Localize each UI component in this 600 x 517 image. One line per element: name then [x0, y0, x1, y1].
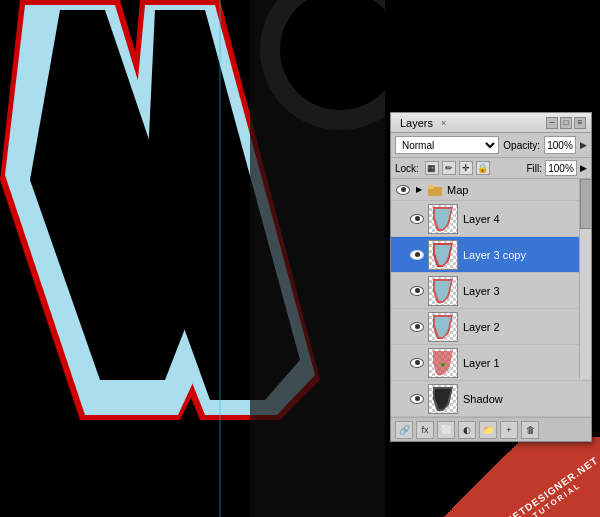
blend-mode-row: Normal Opacity: 100% ▶ — [391, 133, 591, 158]
fx-btn[interactable]: fx — [416, 421, 434, 439]
opacity-arrow[interactable]: ▶ — [580, 140, 587, 150]
layer-name-layer4: Layer 4 — [463, 213, 587, 225]
opacity-value[interactable]: 100% — [544, 136, 576, 154]
layer-list: ▶ Map — [391, 179, 591, 417]
delete-layer-btn[interactable]: 🗑 — [521, 421, 539, 439]
thumb-content-layer1: ● — [429, 349, 457, 377]
panel-maximize-btn[interactable]: □ — [560, 117, 572, 129]
layer-row-layer3copy[interactable]: Layer 3 copy — [391, 237, 591, 273]
adjustment-btn[interactable]: ◐ — [458, 421, 476, 439]
layers-tab[interactable]: Layers — [396, 116, 437, 130]
layer-name-layer3copy: Layer 3 copy — [463, 249, 587, 261]
layer-eye-layer3copy[interactable] — [409, 247, 425, 263]
svg-rect-12 — [428, 185, 434, 189]
layer-eye-layer1[interactable] — [409, 355, 425, 371]
layer-eye-layer3[interactable] — [409, 283, 425, 299]
eye-pupil-layer3 — [415, 288, 420, 293]
panel-tab-close[interactable]: × — [441, 118, 446, 128]
layer-eye-layer2[interactable] — [409, 319, 425, 335]
layer-name-shadow: Shadow — [463, 393, 587, 405]
layer-name-layer2: Layer 2 — [463, 321, 587, 333]
opacity-label: Opacity: — [503, 140, 540, 151]
eye-pupil-layer1 — [415, 360, 420, 365]
eye-icon-layer3copy — [410, 250, 424, 260]
lock-row: Lock: ▦ ✏ ✛ 🔒 Fill: 100% ▶ — [391, 158, 591, 179]
panel-minimize-btn[interactable]: ─ — [546, 117, 558, 129]
eye-icon-layer3 — [410, 286, 424, 296]
layer-row-shadow[interactable]: Shadow — [391, 381, 591, 417]
layer-eye-shadow[interactable] — [409, 391, 425, 407]
scrollbar-thumb[interactable] — [580, 179, 591, 229]
lock-icons: ▦ ✏ ✛ 🔒 — [425, 161, 490, 175]
scrollbar[interactable] — [579, 179, 591, 379]
eye-pupil-layer2 — [415, 324, 420, 329]
lock-transparency-btn[interactable]: ▦ — [425, 161, 439, 175]
layer-thumb-shadow — [428, 384, 458, 414]
folder-icon-map — [427, 182, 443, 198]
thumb-content-layer3copy — [429, 241, 457, 269]
layer-name-layer1: Layer 1 — [463, 357, 587, 369]
canvas-svg — [0, 0, 385, 517]
layer-thumb-layer1: ● — [428, 348, 458, 378]
layer-thumb-layer2 — [428, 312, 458, 342]
svg-text:●: ● — [441, 360, 446, 369]
eye-icon-map — [396, 185, 410, 195]
watermark: VIETDESIGNER.NET TUTORIAL — [420, 437, 600, 517]
layer-name-layer3: Layer 3 — [463, 285, 587, 297]
layer-thumb-layer4 — [428, 204, 458, 234]
fill-label: Fill: — [526, 163, 542, 174]
fill-value[interactable]: 100% — [545, 160, 577, 176]
lock-label: Lock: — [395, 163, 419, 174]
thumb-content-layer4 — [429, 205, 457, 233]
eye-pupil-map — [401, 187, 406, 192]
lock-position-btn[interactable]: ✛ — [459, 161, 473, 175]
layer-thumb-layer3 — [428, 276, 458, 306]
lock-image-btn[interactable]: ✏ — [442, 161, 456, 175]
group-name-map: Map — [447, 184, 587, 196]
layer-eye-layer4[interactable] — [409, 211, 425, 227]
layer-row-layer3[interactable]: Layer 3 — [391, 273, 591, 309]
eye-icon-layer2 — [410, 322, 424, 332]
group-eye-map[interactable] — [395, 182, 411, 198]
fill-arrow[interactable]: ▶ — [580, 163, 587, 173]
eye-pupil-layer3copy — [415, 252, 420, 257]
layer-thumb-layer3copy — [428, 240, 458, 270]
eye-pupil-shadow — [415, 396, 420, 401]
thumb-content-layer2 — [429, 313, 457, 341]
layer-toolbar: 🔗 fx ⬜ ◐ 📁 + 🗑 — [391, 417, 591, 441]
fill-section: Fill: 100% ▶ — [526, 160, 587, 176]
layer-row-layer4[interactable]: Layer 4 — [391, 201, 591, 237]
layer-row-layer1[interactable]: ● Layer 1 — [391, 345, 591, 381]
blend-mode-select[interactable]: Normal — [395, 136, 499, 154]
panel-title-tabs: Layers × — [396, 116, 446, 130]
link-layers-btn[interactable]: 🔗 — [395, 421, 413, 439]
eye-icon-layer4 — [410, 214, 424, 224]
group-btn[interactable]: 📁 — [479, 421, 497, 439]
group-row-map[interactable]: ▶ Map — [391, 179, 591, 201]
panel-menu-btn[interactable]: ≡ — [574, 117, 586, 129]
new-layer-btn[interactable]: + — [500, 421, 518, 439]
eye-pupil-layer4 — [415, 216, 420, 221]
watermark-text: VIETDESIGNER.NET TUTORIAL — [500, 453, 600, 517]
mask-btn[interactable]: ⬜ — [437, 421, 455, 439]
group-arrow-map[interactable]: ▶ — [413, 184, 425, 196]
eye-icon-shadow — [410, 394, 424, 404]
panel-titlebar: Layers × ─ □ ≡ — [391, 113, 591, 133]
layers-panel: Layers × ─ □ ≡ Normal Opacity: 100% ▶ Lo… — [390, 112, 592, 442]
layer-row-layer2[interactable]: Layer 2 — [391, 309, 591, 345]
eye-icon-layer1 — [410, 358, 424, 368]
lock-all-btn[interactable]: 🔒 — [476, 161, 490, 175]
thumb-content-shadow — [429, 385, 457, 413]
thumb-content-layer3 — [429, 277, 457, 305]
panel-controls: ─ □ ≡ — [546, 117, 586, 129]
